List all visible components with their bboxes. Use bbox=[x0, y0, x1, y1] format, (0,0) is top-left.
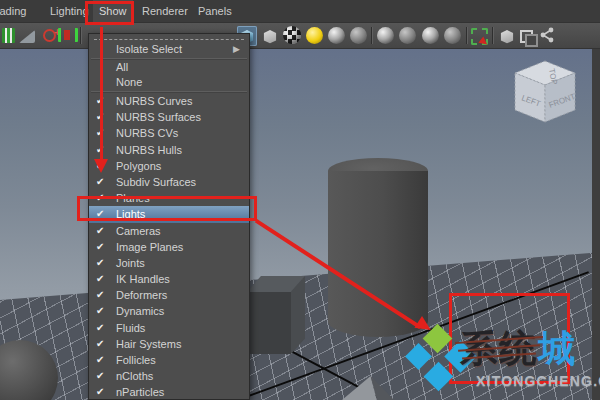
menu-item-label: Fluids bbox=[116, 320, 145, 336]
frame-highlight-icon[interactable] bbox=[58, 28, 78, 42]
panel-right-border bbox=[592, 48, 600, 400]
checkmark-icon: ✔ bbox=[89, 368, 116, 384]
menu-item-image-planes[interactable]: ✔Image Planes bbox=[89, 239, 249, 255]
light-sphere-icon[interactable] bbox=[422, 27, 439, 44]
cylinder-object[interactable] bbox=[328, 171, 428, 337]
checkmark-icon: ✔ bbox=[89, 320, 116, 336]
annotation-box-show bbox=[85, 1, 134, 25]
menu-separator bbox=[91, 58, 247, 59]
menu-item-label: None bbox=[116, 75, 142, 90]
menu-panels[interactable]: Panels bbox=[192, 0, 238, 22]
shaded-sphere-icon[interactable] bbox=[328, 27, 345, 44]
toolbar-separator bbox=[80, 27, 82, 44]
menu-item-label: NURBS Hulls bbox=[116, 142, 182, 158]
toolbar-separator bbox=[371, 27, 373, 44]
menu-item-ncloths[interactable]: ✔nCloths bbox=[89, 368, 249, 384]
dark-sphere-icon[interactable] bbox=[444, 27, 461, 44]
menu-item-subdiv-surfaces[interactable]: ✔Subdiv Surfaces bbox=[89, 174, 249, 190]
menu-item-label: Polygons bbox=[116, 158, 161, 174]
checkmark-icon: ✔ bbox=[89, 223, 116, 239]
annotation-arrowhead-vertical bbox=[94, 159, 108, 173]
menu-item-all[interactable]: All bbox=[89, 60, 249, 75]
menu-item-fluids[interactable]: ✔Fluids bbox=[89, 320, 249, 336]
menu-item-ik-handles[interactable]: ✔IK Handles bbox=[89, 271, 249, 287]
menu-item-label: nCloths bbox=[116, 368, 153, 384]
green-book-icon[interactable] bbox=[2, 28, 15, 43]
menu-item-label: Cameras bbox=[116, 223, 161, 239]
menu-shading[interactable]: Shading bbox=[0, 0, 32, 22]
annotation-box-target bbox=[449, 293, 570, 384]
toolbar-separator bbox=[492, 27, 494, 44]
menu-item-dynamics[interactable]: ✔Dynamics bbox=[89, 303, 249, 319]
submenu-arrow-icon: ▶ bbox=[233, 42, 240, 57]
menu-item-label: nParticles bbox=[116, 384, 164, 400]
view-cube[interactable]: TOP LEFT FRONT bbox=[505, 58, 585, 134]
annotation-arrow-vertical bbox=[100, 27, 103, 159]
menu-item-isolate-select[interactable]: Isolate Select▶ bbox=[89, 42, 249, 57]
menu-item-label: All bbox=[116, 60, 128, 75]
cube-object[interactable] bbox=[247, 292, 291, 354]
zoom-region-icon[interactable] bbox=[40, 26, 60, 46]
menu-item-nurbs-cvs[interactable]: ✔NURBS CVs bbox=[89, 125, 249, 141]
menu-item-label: Follicles bbox=[116, 352, 156, 368]
menu-item-label: Image Planes bbox=[116, 239, 183, 255]
wireframe-cube-icon[interactable] bbox=[260, 26, 280, 46]
menu-item-hair-systems[interactable]: ✔Hair Systems bbox=[89, 336, 249, 352]
menu-item-nurbs-hulls[interactable]: ✔NURBS Hulls bbox=[89, 142, 249, 158]
menu-separator bbox=[91, 91, 247, 92]
menu-item-label: NURBS Curves bbox=[116, 93, 192, 109]
menu-item-polygons[interactable]: ✔Polygons bbox=[89, 158, 249, 174]
matte-sphere-icon[interactable] bbox=[350, 27, 367, 44]
checkmark-icon: ✔ bbox=[89, 352, 116, 368]
menu-item-label: Isolate Select bbox=[116, 42, 182, 57]
set-square-icon[interactable] bbox=[19, 30, 35, 43]
menu-item-label: Hair Systems bbox=[116, 336, 181, 352]
menu-item-nparticles[interactable]: ✔nParticles bbox=[89, 384, 249, 400]
menu-item-label: Subdiv Surfaces bbox=[116, 174, 196, 190]
layout-panes-icon[interactable] bbox=[518, 26, 538, 46]
menu-item-label: Deformers bbox=[116, 287, 167, 303]
default-material-icon[interactable] bbox=[306, 27, 323, 44]
menu-item-cameras[interactable]: ✔Cameras bbox=[89, 223, 249, 239]
checkmark-icon: ✔ bbox=[89, 255, 116, 271]
menu-item-label: Dynamics bbox=[116, 303, 164, 319]
menu-item-label: IK Handles bbox=[116, 271, 170, 287]
menu-item-nurbs-surfaces[interactable]: ✔NURBS Surfaces bbox=[89, 109, 249, 125]
maya-panel-window: TOP LEFT FRONT ShadingLightingShowRender… bbox=[0, 0, 600, 400]
menu-item-deformers[interactable]: ✔Deformers bbox=[89, 287, 249, 303]
menu-item-none[interactable]: None bbox=[89, 75, 249, 90]
no-lights-icon[interactable] bbox=[399, 27, 416, 44]
checkmark-icon: ✔ bbox=[89, 384, 116, 400]
checkmark-icon: ✔ bbox=[89, 174, 116, 190]
textured-sphere-icon[interactable] bbox=[283, 26, 301, 44]
checkmark-icon: ✔ bbox=[89, 239, 116, 255]
menu-item-label: NURBS CVs bbox=[116, 125, 178, 141]
menu-item-nurbs-curves[interactable]: ✔NURBS Curves bbox=[89, 93, 249, 109]
checkmark-icon: ✔ bbox=[89, 287, 116, 303]
all-lights-icon[interactable] bbox=[377, 27, 394, 44]
share-view-icon[interactable] bbox=[538, 26, 558, 46]
checkmark-icon: ✔ bbox=[89, 336, 116, 352]
annotation-box-lights bbox=[77, 196, 257, 221]
checkmark-icon: ✔ bbox=[89, 303, 116, 319]
menu-item-label: NURBS Surfaces bbox=[116, 109, 201, 125]
menu-item-follicles[interactable]: ✔Follicles bbox=[89, 352, 249, 368]
menu-item-joints[interactable]: ✔Joints bbox=[89, 255, 249, 271]
menu-renderer[interactable]: Renderer bbox=[136, 0, 194, 22]
toolbar-separator bbox=[466, 27, 468, 44]
isolate-select-icon[interactable] bbox=[471, 28, 488, 45]
menu-tearoff-handle[interactable] bbox=[94, 34, 244, 40]
single-pane-icon[interactable] bbox=[497, 26, 517, 46]
checkmark-icon: ✔ bbox=[89, 271, 116, 287]
menu-item-label: Joints bbox=[116, 255, 145, 271]
